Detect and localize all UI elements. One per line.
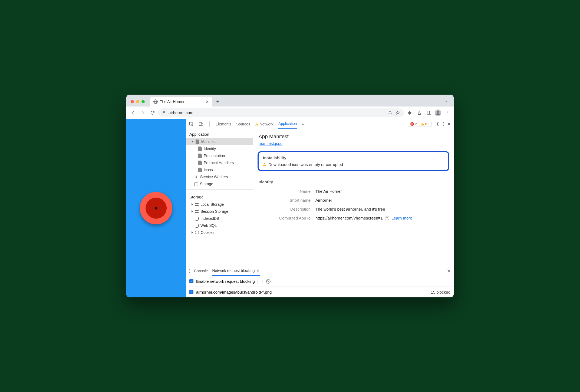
devtools-tabs: Elements Sources Network Application » ✕… [186,119,454,129]
warning-icon [263,163,266,166]
manifest-title: App Manifest [253,129,454,141]
blocked-count: 15 blocked [431,290,450,294]
inspect-icon[interactable] [189,122,194,127]
sidebar-item-session-storage[interactable]: Session Storage [186,208,253,215]
content-area: Elements Sources Network Application » ✕… [126,119,454,297]
sidebar-item-storage[interactable]: Storage [186,180,253,187]
address-bar[interactable]: airhorner.com [158,108,404,117]
issues-counter[interactable]: ✕2 81 [408,121,432,127]
svg-point-7 [196,176,197,177]
devtools-menu-button[interactable] [443,122,444,126]
window-controls [128,100,147,107]
add-pattern-button[interactable]: + [261,278,264,284]
sidebar-item-websql[interactable]: Web SQL [186,222,253,229]
tabs-overflow-button[interactable] [444,99,448,103]
pattern-checkbox[interactable]: ✓ [189,290,193,294]
share-icon[interactable] [388,110,392,115]
enable-blocking-label: Enable network request blocking [196,279,255,284]
installability-title: Installability [263,155,444,160]
sidebar-group-storage: Storage [186,192,253,201]
file-icon [198,147,202,151]
name-label: Name [259,189,315,194]
minimize-window-button[interactable] [136,100,139,103]
close-devtools-button[interactable]: ✕ [447,121,451,127]
tabs-more-button[interactable]: » [302,122,304,126]
application-sidebar: Application Manifest Identity Presentati… [186,129,253,266]
url-text: airhorner.com [169,110,193,115]
file-icon [196,139,199,144]
grid-icon [195,210,199,213]
warning-icon [255,122,258,125]
sidebar-item-presentation[interactable]: Presentation [186,152,253,159]
close-drawer-tab-button[interactable]: ✕ [256,268,260,273]
sidebar-item-manifest[interactable]: Manifest [186,138,253,145]
short-name-value: Airhorner [315,198,332,202]
page-viewport [126,119,186,297]
cookie-icon [195,231,199,234]
sidebar-item-local-storage[interactable]: Local Storage [186,201,253,208]
tab-application[interactable]: Application [278,119,297,129]
svg-rect-5 [201,123,203,126]
settings-gear-icon[interactable] [435,122,440,126]
profile-button[interactable] [435,109,441,116]
database-icon [195,224,199,227]
file-icon [198,168,202,172]
description-label: Description [259,207,315,211]
short-name-label: Short name [259,198,315,202]
sidebar-item-cookies[interactable]: Cookies [186,229,253,236]
help-icon[interactable]: ? [385,216,389,220]
clear-patterns-button[interactable] [266,279,271,284]
blocking-pattern[interactable]: airhorner.com/images/touch/android-*.png [196,290,272,294]
browser-toolbar: airhorner.com [126,107,454,119]
reload-button[interactable] [149,109,157,117]
tab-sources[interactable]: Sources [236,122,250,126]
drawer-tab-console[interactable]: Console [194,266,208,276]
tab-network[interactable]: Network [255,122,273,126]
device-toggle-icon[interactable] [199,122,203,127]
learn-more-link[interactable]: Learn more [391,216,412,220]
sidepanel-button[interactable] [425,109,433,117]
close-drawer-button[interactable]: ✕ [447,268,451,274]
bookmark-star-icon[interactable] [396,110,400,115]
sidebar-item-identity[interactable]: Identity [186,145,253,152]
installability-callout: Installability Downloaded icon was empty… [258,151,449,171]
labs-button[interactable] [415,109,423,117]
drawer-tab-network-request-blocking[interactable]: Network request blocking✕ [212,266,259,276]
file-icon [198,161,202,165]
sidebar-item-protocol-handlers[interactable]: Protocol Handlers [186,159,253,166]
maximize-window-button[interactable] [141,100,145,103]
enable-blocking-checkbox[interactable]: ✓ [189,279,193,283]
extensions-button[interactable] [406,109,414,117]
manifest-link[interactable]: manifest.json [253,141,288,150]
browser-menu-button[interactable] [443,109,451,117]
tab-strip: The Air Horner ✕ + [126,95,454,107]
drawer-menu-button[interactable] [189,269,190,273]
app-id-value: https://airhorner.com/?homescreen=1 [315,216,383,220]
back-button[interactable] [129,109,137,117]
manifest-panel: App Manifest manifest.json Installabilit… [253,129,454,266]
globe-icon [153,99,158,104]
airhorn-inner [146,198,167,219]
name-value: The Air Horner [315,189,342,194]
tab-title: The Air Horner [160,99,184,104]
svg-point-6 [437,123,438,124]
sidebar-item-service-workers[interactable]: Service Workers [186,173,253,180]
airhorn-button[interactable] [140,192,172,224]
svg-rect-0 [427,111,431,114]
identity-section-title: Identity [253,175,454,187]
error-icon: ✕ [410,122,414,126]
forward-button[interactable] [139,109,147,117]
sidebar-item-indexeddb[interactable]: IndexedDB [186,215,253,222]
close-tab-button[interactable]: ✕ [205,99,209,104]
grid-icon [195,203,199,206]
database-icon [195,217,199,220]
devtools-drawer: Console Network request blocking✕ ✕ ✓ En… [186,266,454,297]
app-id-label: Computed App Id [259,216,315,220]
gear-icon [194,175,198,179]
browser-tab[interactable]: The Air Horner ✕ [150,97,212,107]
devtools-panel: Elements Sources Network Application » ✕… [186,119,454,297]
tab-elements[interactable]: Elements [216,122,231,126]
sidebar-item-icons[interactable]: Icons [186,166,253,173]
new-tab-button[interactable]: + [216,99,220,104]
close-window-button[interactable] [131,100,134,103]
